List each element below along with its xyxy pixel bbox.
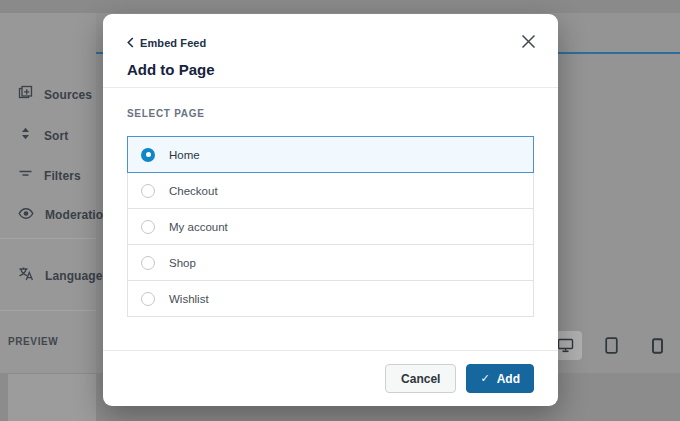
mobile-preview-button[interactable] [641,331,674,360]
sidebar-item-label: Filters [44,169,81,183]
back-link-embed-feed[interactable]: Embed Feed [127,34,206,52]
sources-icon [18,85,33,104]
modal-body: SELECT PAGE Home Checkout My account Sho… [103,88,558,317]
page-option-label: Checkout [169,185,218,197]
radio-unselected-icon[interactable] [141,220,155,234]
language-icon [18,266,34,285]
mobile-icon [652,338,663,354]
page-option-checkout[interactable]: Checkout [127,172,534,209]
sidebar-item-language[interactable]: Language [18,266,102,285]
tablet-preview-button[interactable] [595,331,628,360]
modal-title: Add to Page [127,61,534,78]
page-option-label: Shop [169,257,196,269]
back-chevron-icon [127,34,134,52]
sidebar-divider [0,310,96,311]
cancel-button[interactable]: Cancel [385,364,456,393]
radio-unselected-icon[interactable] [141,292,155,306]
page-option-wishlist[interactable]: Wishlist [127,280,534,317]
modal-header: Embed Feed Add to Page [103,14,558,88]
radio-unselected-icon[interactable] [141,184,155,198]
sidebar-divider [0,238,96,239]
close-icon [521,34,536,52]
preview-device-toolbar [549,331,674,360]
page-option-label: Wishlist [169,293,209,305]
sidebar-item-label: Sort [44,129,68,143]
page-option-label: My account [169,221,228,233]
sidebar-item-sort[interactable]: Sort [18,126,68,145]
filters-icon [18,166,33,185]
page-list: Home Checkout My account Shop Wishlist [127,136,534,317]
page-option-label: Home [169,149,200,161]
desktop-icon [557,338,574,353]
sidebar-item-label: Moderation [45,208,111,222]
sidebar-item-label: Sources [44,88,92,102]
back-link-label: Embed Feed [140,37,206,49]
add-button-label: Add [497,372,520,386]
sort-icon [18,126,33,145]
add-button[interactable]: ✓ Add [466,364,534,393]
select-page-label: SELECT PAGE [127,108,534,119]
check-icon: ✓ [480,372,489,385]
page-option-shop[interactable]: Shop [127,244,534,281]
sidebar-item-label: Language [45,269,102,283]
preview-section-label: PREVIEW [8,336,58,347]
app-screen: Sources Sort Filters Moderation Language… [0,0,680,421]
page-option-my-account[interactable]: My account [127,208,534,245]
page-option-home[interactable]: Home [127,136,534,173]
sidebar-item-moderation[interactable]: Moderation [18,206,111,224]
radio-selected-icon[interactable] [141,148,155,162]
add-to-page-modal: Embed Feed Add to Page SELECT PAGE Home … [103,14,558,406]
admin-topbar [0,0,680,13]
moderation-icon [18,206,34,224]
sidebar-item-filters[interactable]: Filters [18,166,81,185]
modal-footer: Cancel ✓ Add [103,350,558,406]
preview-panel [8,374,96,421]
sidebar-item-sources[interactable]: Sources [18,85,92,104]
radio-unselected-icon[interactable] [141,256,155,270]
close-button[interactable] [518,33,538,53]
tablet-icon [605,337,618,354]
